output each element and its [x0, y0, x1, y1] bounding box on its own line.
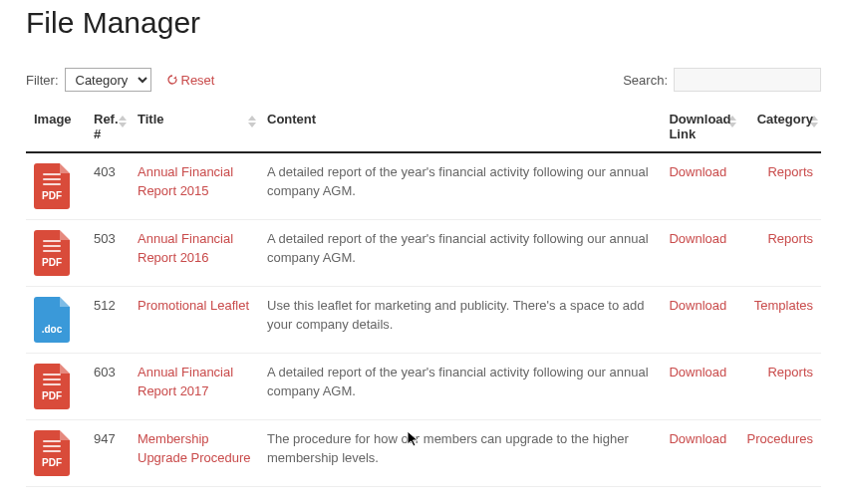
col-header-download[interactable]: Download Link [661, 102, 738, 152]
file-icon-label: PDF [42, 256, 62, 271]
content-cell: The procedure for how our members can up… [259, 420, 661, 487]
download-link[interactable]: Download [669, 298, 726, 313]
controls-bar: Filter: Category Reset Search: [26, 68, 821, 92]
download-link[interactable]: Download [669, 431, 726, 446]
ref-cell: 503 [86, 220, 130, 287]
table-row: PDF403Annual Financial Report 2015A deta… [26, 152, 821, 220]
category-link[interactable]: Reports [767, 365, 813, 379]
title-link[interactable]: Promotional Leaflet [138, 298, 249, 313]
reset-label: Reset [181, 73, 215, 88]
filter-select[interactable]: Category [65, 68, 151, 92]
title-link[interactable]: Membership Upgrade Procedure [138, 431, 250, 465]
ref-cell: 403 [86, 152, 130, 220]
category-link[interactable]: Reports [767, 164, 813, 179]
page-title: File Manager [26, 6, 821, 40]
col-header-content[interactable]: Content [259, 102, 661, 152]
content-cell: A detailed report of the year's financia… [259, 152, 661, 220]
download-link[interactable]: Download [669, 164, 726, 179]
sort-icon [119, 116, 126, 127]
ref-cell: 947 [86, 420, 130, 487]
sort-icon [810, 116, 817, 127]
table-row: PDF503Annual Financial Report 2016A deta… [26, 220, 821, 287]
sort-icon [248, 116, 255, 127]
col-header-ref[interactable]: Ref. # [86, 102, 130, 152]
pdf-file-icon[interactable]: PDF [34, 230, 70, 276]
col-header-title[interactable]: Title [130, 102, 259, 152]
category-link[interactable]: Templates [754, 298, 813, 313]
col-header-category[interactable]: Category [739, 102, 821, 152]
col-header-image[interactable]: Image [26, 102, 86, 152]
pdf-file-icon[interactable]: PDF [34, 163, 70, 209]
file-icon-label: .doc [42, 323, 63, 338]
reset-icon [167, 75, 177, 85]
category-link[interactable]: Reports [767, 231, 813, 246]
download-link[interactable]: Download [669, 231, 726, 246]
title-link[interactable]: Annual Financial Report 2017 [138, 365, 233, 398]
doc-file-icon[interactable]: .doc [34, 297, 70, 343]
table-row: PDF947Membership Upgrade ProcedureThe pr… [26, 420, 821, 487]
sort-icon [728, 116, 735, 127]
content-cell: A detailed report of the year's financia… [259, 220, 661, 287]
pdf-file-icon[interactable]: PDF [34, 364, 70, 409]
file-icon-label: PDF [42, 389, 62, 404]
ref-cell: 603 [86, 354, 130, 420]
title-link[interactable]: Annual Financial Report 2015 [138, 164, 233, 198]
file-table: Image Ref. # Title Content Download Link… [26, 102, 821, 487]
category-link[interactable]: Procedures [747, 431, 813, 446]
table-row: .doc512Promotional LeafletUse this leafl… [26, 287, 821, 354]
filter-label: Filter: [26, 73, 59, 88]
ref-cell: 512 [86, 287, 130, 354]
file-icon-label: PDF [42, 456, 62, 471]
file-icon-label: PDF [42, 189, 62, 204]
reset-button[interactable]: Reset [167, 73, 215, 88]
download-link[interactable]: Download [669, 365, 726, 379]
title-link[interactable]: Annual Financial Report 2016 [138, 231, 233, 265]
search-input[interactable] [674, 68, 821, 92]
content-cell: Use this leaflet for marketing and publi… [259, 287, 661, 354]
table-row: PDF603Annual Financial Report 2017A deta… [26, 354, 821, 420]
search-label: Search: [623, 73, 668, 88]
pdf-file-icon[interactable]: PDF [34, 430, 70, 476]
content-cell: A detailed report of the year's financia… [259, 354, 661, 420]
